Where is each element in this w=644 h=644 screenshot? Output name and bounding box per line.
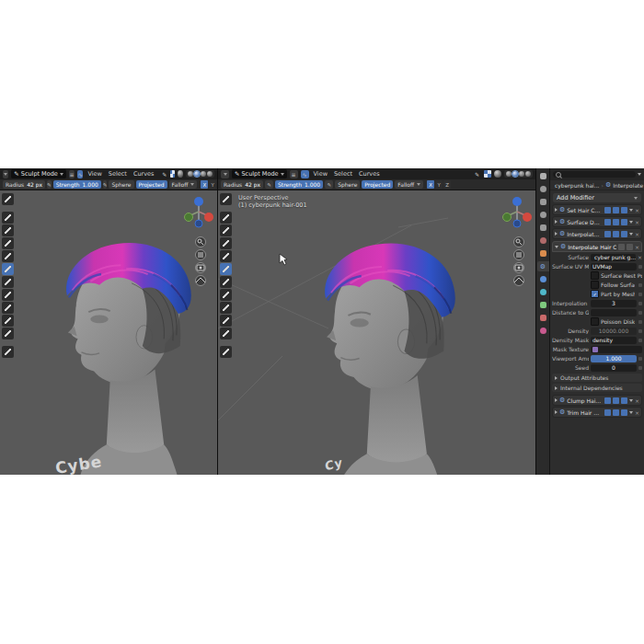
part-islands-checkbox[interactable]: ✓ [591,290,599,298]
curves-edit-icon[interactable]: ∿ [301,170,309,178]
sculpt-brush-button[interactable] [2,315,14,327]
tab-constraints[interactable] [537,300,549,310]
annotate-icon[interactable]: ✎ [473,170,481,178]
extras-dropdown-icon[interactable] [629,221,633,224]
expand-icon[interactable] [555,398,558,402]
render-toggle[interactable] [621,207,627,213]
modifier-row-set-hair[interactable]: ⚙ Set Hair Curve Pr... × [552,204,642,215]
sculpt-brush-button[interactable] [220,346,232,358]
collapse-icon[interactable] [555,246,558,248]
sculpt-brush-button[interactable] [220,289,232,301]
sculpt-brush-button[interactable] [2,276,14,288]
input-attribute-icon[interactable] [638,329,642,333]
fake-user-icon[interactable] [627,244,633,250]
render-toggle[interactable] [621,231,627,237]
edit-mode-toggle[interactable] [604,409,611,416]
expand-icon[interactable] [555,220,558,224]
breadcrumb-object[interactable]: cyberpunk hai... [555,182,599,189]
sculpt-brush-button-active[interactable] [2,263,14,275]
input-attribute-icon[interactable] [638,302,642,305]
modifier-row-surface-deform[interactable]: ⚙ Surface Deform × [552,216,642,227]
close-icon[interactable]: × [635,244,639,250]
rendered-shading-icon[interactable] [207,171,213,177]
edit-mode-toggle[interactable] [604,231,611,237]
realtime-toggle[interactable] [613,409,619,416]
density-mask-field[interactable]: density [591,337,637,344]
wireframe-shading-icon[interactable] [188,171,193,177]
editor-type-icon[interactable] [3,170,8,178]
sculpt-brush-button-active[interactable] [220,263,232,275]
input-attribute-icon[interactable] [638,320,642,324]
sculpt-brush-button[interactable] [2,328,14,339]
input-attribute-icon[interactable] [638,293,642,296]
strength-pressure-icon[interactable]: ✎ [103,180,108,189]
mode-selector-dropdown[interactable]: ✎ Sculpt Mode [232,169,287,178]
menu-select[interactable]: Select [107,170,129,178]
radius-pressure-icon[interactable]: ✎ [265,180,273,189]
follow-normal-checkbox[interactable] [591,281,599,289]
input-attribute-icon[interactable] [638,339,642,342]
rendered-shading-icon[interactable] [525,171,531,177]
options-dropdown-icon[interactable] [638,173,641,176]
tab-view-layer[interactable] [537,210,549,220]
modifier-row-interpolate[interactable]: ⚙ Interpolate Hair ... × [552,228,642,239]
modifier-name-field[interactable]: Interpolate Hair Curves [568,244,616,250]
add-modifier-button[interactable]: Add Modifier [553,193,641,202]
symmetry-z-toggle[interactable]: Z [443,180,451,189]
close-icon[interactable]: × [635,207,639,213]
realtime-toggle[interactable] [613,207,619,213]
radius-field[interactable]: Radius 42 px [3,180,45,189]
viewport-canvas[interactable]: User Perspective (1) cyberpunk hair-001 … [218,190,535,475]
menu-curves[interactable]: Curves [357,170,382,178]
realtime-toggle[interactable] [613,219,619,225]
sculpt-brush-button[interactable] [220,302,232,314]
tab-output[interactable] [537,197,549,207]
falloff-dropdown[interactable]: Falloff [169,180,198,189]
tab-world[interactable] [537,236,549,246]
sculpt-brush-button[interactable] [2,224,14,236]
sculpt-brush-button[interactable] [220,224,232,236]
expand-icon[interactable] [555,232,558,236]
proportional-edit-icon[interactable] [484,170,491,178]
menu-view[interactable]: View [86,170,103,178]
expand-icon[interactable] [555,410,558,414]
sculpt-brush-button[interactable] [2,346,14,358]
sculpt-brush-button[interactable] [220,276,232,288]
symmetry-x-toggle[interactable]: X [201,180,208,189]
viewport-nav-gizmo[interactable] [500,192,534,292]
sculpt-brush-button[interactable] [220,212,232,224]
tab-object[interactable] [537,248,549,259]
tab-tool[interactable] [537,171,549,181]
sculpt-brush-button[interactable] [220,250,232,262]
close-icon[interactable]: × [635,219,639,225]
particle-edit-icon[interactable]: ≡ [69,170,75,178]
close-icon[interactable]: × [635,397,639,404]
shading-sphere-icon[interactable] [494,170,501,178]
curves-edit-icon[interactable]: ∿ [77,170,83,178]
realtime-toggle[interactable] [613,397,619,404]
tab-material[interactable] [537,326,549,336]
edit-mode-toggle[interactable] [604,397,611,404]
menu-select[interactable]: Select [332,170,354,178]
extras-dropdown-icon[interactable] [629,209,633,212]
uv-map-field[interactable]: UVMap [591,263,637,270]
falloff-dropdown[interactable]: Falloff [395,180,423,189]
distance-value-field[interactable] [591,309,637,316]
mode-selector-dropdown[interactable]: ✎ Sculpt Mode [11,169,66,178]
tab-particles[interactable] [537,274,549,284]
expanded-modifier-header[interactable]: ⚙ Interpolate Hair Curves × [552,241,642,252]
search-input[interactable] [553,171,636,178]
internal-dependencies-section[interactable]: Internal Dependencies [552,384,642,392]
sculpt-brush-button[interactable] [220,315,232,327]
sculpt-brush-button[interactable] [2,250,14,262]
sculpt-brush-button[interactable] [2,193,14,205]
tab-scene[interactable] [537,223,549,233]
symmetry-y-toggle[interactable]: Y [209,180,216,189]
shading-mode-group[interactable] [504,170,533,178]
mask-texture-field[interactable] [591,346,642,353]
input-attribute-icon[interactable] [638,283,642,287]
viewport-nav-gizmo[interactable] [182,192,215,292]
symmetry-x-toggle[interactable]: X [427,180,434,189]
viewport-canvas[interactable]: Cybe [0,190,217,475]
solid-shading-icon[interactable] [194,171,200,177]
